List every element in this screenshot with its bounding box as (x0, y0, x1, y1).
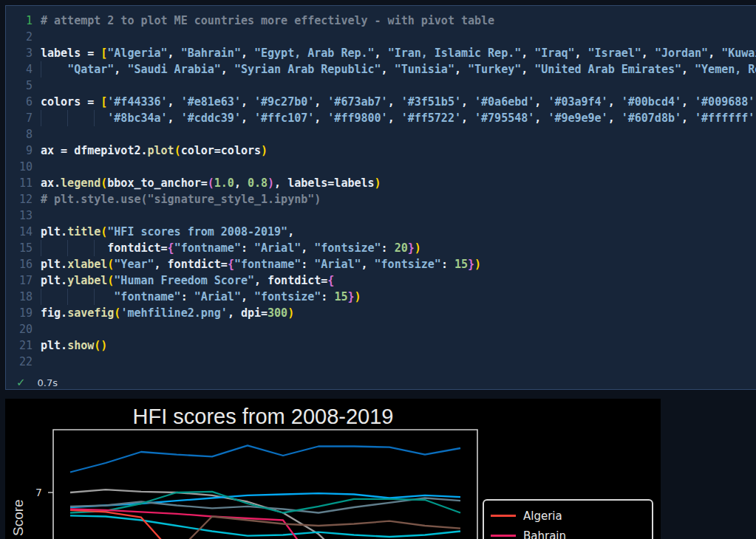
code-token: '#795548' (474, 111, 534, 125)
code-line-text (33, 29, 756, 45)
line-number: 18 (6, 289, 33, 305)
code-line: 21plt.show() (6, 337, 756, 354)
code-token: { (327, 274, 334, 287)
code-line-text (33, 354, 756, 370)
code-token: "Turkey" (468, 63, 521, 76)
code-token: color=colors (181, 144, 261, 157)
code-line-text: # attempt 2 to plot ME countries more ef… (33, 13, 756, 29)
code-token: plt. (41, 274, 67, 287)
code-token: ) (268, 176, 274, 190)
line-number: 5 (6, 78, 33, 94)
cell-status-bar: ✓ 0.7s (6, 376, 756, 389)
code-token: labels = (41, 47, 101, 60)
code-line-text (33, 207, 756, 224)
code-token: [ (101, 47, 107, 60)
indent-guide (67, 240, 68, 256)
code-token: , (388, 95, 401, 109)
code-token: savefig (67, 306, 114, 320)
code-token: , (641, 47, 655, 60)
code-token: ) (474, 258, 481, 271)
code-token: "Human Freedom Score" (114, 274, 254, 287)
code-token: 15 (334, 290, 347, 303)
code-token: "Egypt, Arab Rep." (254, 47, 375, 60)
code-line: 1# attempt 2 to plot ME countries more e… (6, 13, 756, 29)
code-token: , (301, 241, 314, 255)
code-line-text (33, 78, 756, 94)
code-token: "United Arab Emirates" (534, 63, 681, 76)
code-token: , (314, 95, 327, 109)
code-token: '#00bcd4' (622, 95, 681, 109)
code-line-text: colors = ['#f44336', '#e81e63', '#9c27b0… (33, 94, 756, 110)
chart-legend: AlgeriaBahrain (483, 499, 653, 539)
code-token: , (241, 95, 254, 109)
code-token: , (454, 63, 468, 76)
code-token: , (375, 47, 388, 60)
code-token: "Iraq" (534, 47, 574, 60)
code-area[interactable]: 1# attempt 2 to plot ME countries more e… (6, 6, 756, 370)
code-line: 3labels = ["Algeria", "Bahrain", "Egypt,… (6, 45, 756, 61)
code-token: : (321, 290, 334, 303)
code-token: , (114, 63, 127, 76)
legend-line-swatch (491, 535, 516, 537)
code-line: 7 '#8bc34a', '#cddc39', '#ffc107', '#ff9… (6, 110, 756, 126)
code-token: '#9c27b0' (254, 95, 314, 109)
code-token: "Qatar" (67, 63, 114, 76)
code-line-text: ax = dfmepivot2.plot(color=colors) (33, 143, 756, 159)
code-token: , dpi= (228, 306, 268, 320)
code-token: '#8bc34a' (107, 111, 167, 125)
line-number: 7 (6, 110, 33, 126)
code-token: , (221, 63, 234, 76)
code-token: , fontdict= (254, 274, 327, 287)
code-token: , (608, 111, 622, 125)
code-token: '#009688' (695, 95, 755, 109)
line-number: 19 (6, 305, 33, 321)
code-line: 11ax.legend(bbox_to_anchor=(1.0, 0.8), l… (6, 175, 756, 191)
code-token: ) (261, 144, 268, 157)
code-token: , (241, 47, 254, 60)
code-token: 1.0 (214, 176, 234, 190)
indent-guide (67, 110, 68, 126)
code-token: '#0a6ebd' (474, 95, 534, 109)
legend-entry: Algeria (491, 506, 652, 526)
code-token: "fontsize" (375, 258, 441, 271)
code-token: colors = (41, 95, 101, 109)
code-line: 5 (6, 78, 756, 94)
code-token: , (241, 111, 254, 125)
code-token: "Algeria" (107, 47, 167, 60)
legend-label: Bahrain (523, 529, 566, 539)
notebook-cell-editor[interactable]: 1# attempt 2 to plot ME countries more e… (5, 5, 756, 390)
line-number: 16 (6, 256, 33, 272)
code-line-text: "Qatar", "Saudi Arabia", "Syrian Arab Re… (33, 61, 756, 78)
code-token: : (381, 241, 395, 255)
code-token: legend (61, 176, 101, 190)
line-number: 21 (6, 337, 33, 354)
line-number: 17 (6, 272, 33, 289)
series-lines (70, 445, 460, 539)
legend-line-swatch (491, 515, 516, 517)
code-line-text: plt.ylabel("Human Freedom Score", fontdi… (33, 272, 756, 289)
code-token: , (287, 225, 294, 238)
indent-guide (94, 110, 95, 126)
code-token: bbox_to_anchor= (107, 176, 207, 190)
code-token: , (381, 63, 395, 76)
code-token: "Yemen, Rep." (695, 63, 756, 76)
code-token: "Jordan" (655, 47, 708, 60)
code-token: ( (107, 274, 114, 287)
line-number: 4 (6, 61, 33, 78)
code-token: '#607d8b' (622, 111, 681, 125)
code-token: 20 (395, 241, 408, 255)
code-token: ylabel (67, 274, 107, 287)
code-token: "Arial" (254, 241, 301, 255)
indent-guide (41, 289, 41, 305)
code-line-text: labels = ["Algeria", "Bahrain", "Egypt, … (33, 45, 756, 61)
code-token: "fontsize" (314, 241, 381, 255)
code-line: 12# plt.style.use("signature_style_1.ipy… (6, 191, 756, 207)
chart-title: HFI scores from 2008-2019 (133, 405, 394, 428)
code-token: "Year" (114, 258, 154, 271)
line-number: 3 (6, 45, 33, 61)
line-number: 20 (6, 321, 33, 337)
code-line-text (33, 126, 756, 143)
code-line: 2 (6, 29, 756, 45)
code-token: fontdict= (41, 241, 168, 255)
legend-label: Algeria (523, 509, 562, 523)
